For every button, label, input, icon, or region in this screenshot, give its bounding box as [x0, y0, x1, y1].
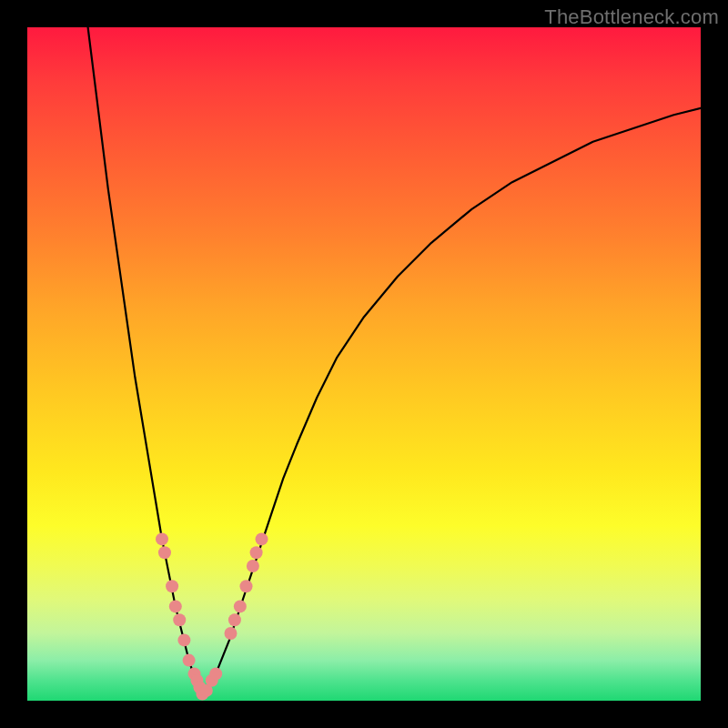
data-marker: [158, 546, 171, 559]
marker-layer: [156, 532, 268, 700]
data-marker: [177, 633, 190, 646]
chart-svg: [27, 27, 701, 701]
plot-area: [27, 27, 701, 701]
data-marker: [240, 580, 253, 592]
data-marker: [183, 654, 196, 667]
data-marker: [209, 667, 222, 680]
chart-frame: TheBottleneck.com: [0, 0, 728, 728]
data-marker: [247, 560, 259, 572]
data-marker: [234, 600, 247, 612]
data-marker: [166, 580, 178, 592]
data-marker: [250, 546, 263, 559]
data-marker: [173, 613, 186, 626]
data-marker: [156, 532, 168, 545]
data-marker: [228, 613, 241, 626]
curve-right-branch: [202, 108, 701, 694]
data-marker: [169, 600, 182, 612]
curve-layer: [88, 27, 701, 694]
data-marker: [224, 627, 237, 640]
curve-left-branch: [88, 27, 203, 694]
data-marker: [256, 532, 268, 545]
watermark-text: TheBottleneck.com: [544, 5, 719, 29]
